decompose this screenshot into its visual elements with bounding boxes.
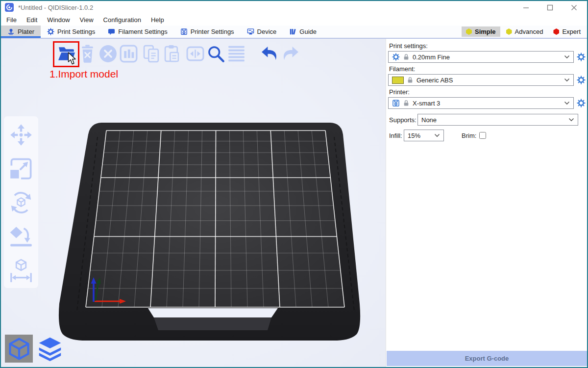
print-settings-value: 0.20mm Fine xyxy=(413,53,450,61)
viewport-3d[interactable]: 1.Import model xyxy=(1,39,386,367)
mode-label: Simple xyxy=(475,28,496,35)
gear-icon xyxy=(47,28,54,35)
tab-label: Print Settings xyxy=(57,28,95,35)
close-button[interactable] xyxy=(571,4,577,11)
rotate-button[interactable] xyxy=(8,190,34,215)
measure-button[interactable] xyxy=(8,258,34,283)
supports-label: Supports: xyxy=(389,116,417,124)
variable-layer-height-button[interactable] xyxy=(226,42,246,65)
split-button[interactable] xyxy=(185,42,205,65)
place-on-face-icon xyxy=(9,225,33,248)
maximize-button[interactable] xyxy=(547,4,553,11)
editor-3d-view-button[interactable] xyxy=(5,335,33,363)
chevron-down-icon xyxy=(564,78,570,82)
tab-filament-settings[interactable]: Filament Settings xyxy=(101,26,173,38)
tab-label: Device xyxy=(257,28,277,35)
move-button[interactable] xyxy=(8,122,34,148)
minimize-button[interactable] xyxy=(523,4,529,11)
print-settings-gear-button[interactable] xyxy=(575,53,587,61)
split-icon xyxy=(186,45,204,63)
cube-icon xyxy=(6,336,32,362)
simple-mode-icon xyxy=(466,28,472,35)
copy-button[interactable] xyxy=(141,42,161,65)
gear-icon xyxy=(392,53,400,61)
brim-checkbox[interactable] xyxy=(479,132,486,139)
tab-label: Filament Settings xyxy=(118,28,167,35)
layers-lines-icon xyxy=(227,45,245,63)
mouse-cursor xyxy=(68,52,76,66)
delete-button[interactable] xyxy=(77,42,98,65)
measure-icon xyxy=(9,259,33,282)
place-on-face-button[interactable] xyxy=(8,224,34,249)
filament-gear-button[interactable] xyxy=(575,76,587,84)
printer-select[interactable]: X-smart 3 xyxy=(388,97,574,109)
menu-file[interactable]: File xyxy=(1,15,22,25)
menu-view[interactable]: View xyxy=(75,15,98,25)
window-title: *Untitled - QIDISlicer-1.0.2 xyxy=(18,4,93,11)
filament-select[interactable]: Generic ABS xyxy=(388,74,574,86)
expert-mode-icon xyxy=(553,28,559,35)
menu-bar: File Edit Window View Configuration Help xyxy=(1,14,587,26)
printer-label: Printer: xyxy=(389,88,588,96)
export-gcode-button[interactable]: Export G-code xyxy=(387,351,587,366)
layers-stack-icon xyxy=(37,336,63,362)
arrange-button[interactable] xyxy=(118,42,139,65)
title-bar: *Untitled - QIDISlicer-1.0.2 xyxy=(1,1,587,14)
print-settings-select[interactable]: 0.20mm Fine xyxy=(388,51,574,63)
app-logo-icon xyxy=(5,3,14,12)
lock-icon xyxy=(403,53,409,60)
device-icon xyxy=(247,28,254,35)
mode-switcher: Simple Advanced Expert xyxy=(462,26,587,38)
filament-icon xyxy=(108,28,115,35)
filament-label: Filament: xyxy=(389,65,588,73)
layers-preview-button[interactable] xyxy=(36,335,64,363)
chevron-down-icon xyxy=(564,101,570,105)
annotation-label: 1.Import model xyxy=(49,68,118,80)
mode-expert[interactable]: Expert xyxy=(549,26,585,37)
paste-button[interactable] xyxy=(161,42,182,65)
settings-panel: Print settings: 0.20mm Fine Filament: Ge… xyxy=(386,39,588,367)
filament-value: Generic ABS xyxy=(416,77,453,84)
plate-handle-lip xyxy=(154,317,271,330)
mode-simple[interactable]: Simple xyxy=(462,26,500,37)
redo-icon xyxy=(281,45,299,63)
build-plate xyxy=(1,39,386,367)
lock-icon xyxy=(403,100,409,106)
move-icon xyxy=(9,123,33,147)
printer-value: X-smart 3 xyxy=(413,100,440,107)
infill-label: Infill: xyxy=(389,132,403,139)
menu-help[interactable]: Help xyxy=(146,15,169,25)
tab-guide[interactable]: Guide xyxy=(283,26,323,38)
chevron-down-icon xyxy=(564,55,570,59)
scale-button[interactable] xyxy=(8,156,34,182)
supports-select[interactable]: None xyxy=(417,114,578,126)
tab-device[interactable]: Device xyxy=(241,26,283,38)
tab-label: Printer Settings xyxy=(191,28,234,35)
chevron-down-icon xyxy=(568,118,574,122)
menu-window[interactable]: Window xyxy=(42,15,74,25)
circle-x-icon xyxy=(99,45,117,63)
printer-gear-button[interactable] xyxy=(575,99,587,107)
delete-all-button[interactable] xyxy=(98,42,118,65)
lock-icon xyxy=(407,77,413,83)
infill-select[interactable]: 15% xyxy=(404,130,444,141)
printer-icon xyxy=(392,99,400,107)
menu-configuration[interactable]: Configuration xyxy=(98,15,146,25)
arrange-icon xyxy=(120,45,138,63)
tab-label: Guide xyxy=(299,28,317,35)
mode-label: Advanced xyxy=(515,28,543,35)
plater-icon xyxy=(7,28,15,35)
search-button[interactable] xyxy=(205,42,226,65)
view-switcher xyxy=(5,335,64,363)
mode-advanced[interactable]: Advanced xyxy=(502,26,548,37)
menu-edit[interactable]: Edit xyxy=(22,15,42,25)
undo-button[interactable] xyxy=(259,42,280,65)
redo-button[interactable] xyxy=(280,42,300,65)
mode-label: Expert xyxy=(562,28,581,35)
rotate-icon xyxy=(9,191,33,214)
tab-printer-settings[interactable]: Printer Settings xyxy=(174,26,241,38)
chevron-down-icon xyxy=(434,133,440,137)
tab-plater[interactable]: Plater xyxy=(1,26,41,38)
gear-icon xyxy=(577,53,586,61)
tab-print-settings[interactable]: Print Settings xyxy=(41,26,101,38)
